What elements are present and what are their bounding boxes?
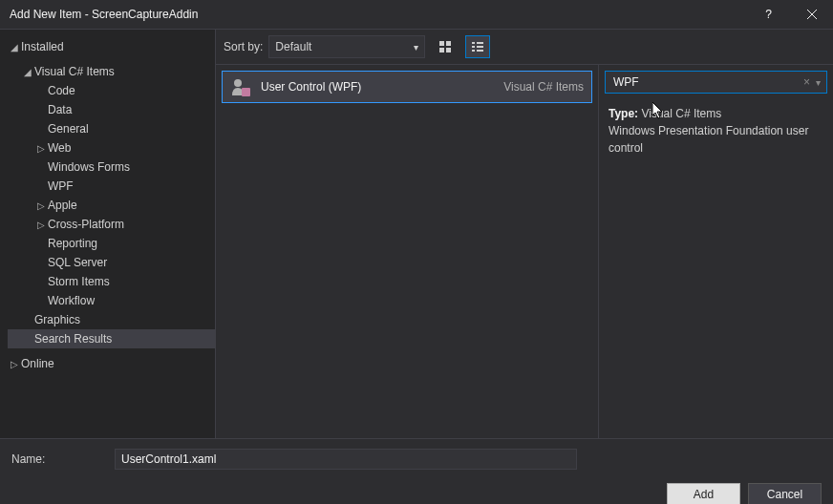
close-button[interactable] (790, 0, 833, 29)
user-control-icon (230, 76, 251, 97)
svg-rect-2 (439, 41, 444, 46)
bottom-panel: Name: Add Cancel (0, 438, 833, 504)
view-tiles-button[interactable] (433, 35, 458, 58)
chevron-right-icon: ▷ (34, 218, 48, 231)
svg-rect-11 (477, 50, 483, 52)
chevron-down-icon: ◢ (21, 65, 34, 78)
type-value: Visual C# Items (641, 107, 721, 120)
svg-rect-7 (477, 42, 483, 44)
list-item[interactable]: User Control (WPF) Visual C# Items (222, 71, 592, 103)
add-button[interactable]: Add (667, 483, 740, 504)
sort-label: Sort by: (224, 40, 263, 53)
sort-dropdown[interactable]: Default ▾ (268, 35, 425, 58)
tree-node-storm-items[interactable]: Storm Items (8, 272, 215, 291)
chevron-down-icon: ▾ (414, 42, 418, 52)
sidebar: ◢ Installed ◢ Visual C# Items Code Data … (0, 30, 215, 438)
search-input-wrapper[interactable]: × ▾ (605, 71, 827, 94)
svg-rect-3 (446, 41, 451, 46)
close-icon (807, 10, 817, 19)
description: Windows Presentation Foundation user con… (609, 122, 823, 157)
svg-rect-5 (446, 48, 451, 52)
search-input[interactable] (611, 74, 800, 90)
chevron-right-icon: ▷ (8, 357, 21, 370)
svg-rect-6 (472, 42, 475, 44)
tree-node-installed[interactable]: ◢ Installed (8, 37, 215, 56)
template-list: User Control (WPF) Visual C# Items (216, 65, 598, 438)
toolbar: Sort by: Default ▾ (216, 30, 833, 65)
svg-rect-10 (472, 50, 475, 52)
tree-node-graphics[interactable]: Graphics (8, 310, 215, 329)
tree-node-search-results[interactable]: Search Results (8, 329, 215, 348)
search-dropdown-icon[interactable]: ▾ (814, 77, 822, 88)
view-list-button[interactable] (465, 35, 490, 58)
titlebar: Add New Item - ScreenCaptureAddin ? (0, 0, 833, 30)
chevron-right-icon: ▷ (34, 141, 48, 155)
tree-node-cross-platform[interactable]: ▷Cross-Platform (8, 215, 215, 234)
tiles-icon (438, 40, 452, 53)
cancel-button[interactable]: Cancel (748, 483, 822, 504)
tree-node-online[interactable]: ▷ Online (8, 354, 215, 373)
type-label: Type: (609, 107, 638, 120)
tree-node-data[interactable]: Data (8, 100, 215, 119)
svg-rect-9 (477, 46, 483, 48)
chevron-down-icon: ◢ (8, 40, 21, 53)
help-button[interactable]: ? (747, 0, 790, 29)
svg-point-12 (234, 79, 242, 87)
details-panel: × ▾ Type: Visual C# Items Windows Presen… (598, 65, 833, 438)
name-input[interactable] (115, 449, 577, 470)
tree-node-sql-server[interactable]: SQL Server (8, 253, 215, 272)
tree-node-general[interactable]: General (8, 119, 215, 138)
list-icon (471, 40, 484, 53)
svg-rect-8 (472, 46, 475, 48)
tree-node-wpf[interactable]: WPF (8, 177, 215, 196)
tree-node-workflow[interactable]: Workflow (8, 291, 215, 310)
window-title: Add New Item - ScreenCaptureAddin (10, 8, 747, 21)
sort-value: Default (275, 40, 311, 53)
name-label: Name: (11, 452, 115, 466)
item-category: Visual C# Items (503, 80, 584, 94)
chevron-right-icon: ▷ (34, 199, 48, 212)
svg-rect-13 (242, 88, 250, 96)
clear-search-icon[interactable]: × (800, 75, 814, 89)
tree-node-windows-forms[interactable]: Windows Forms (8, 158, 215, 177)
tree-node-csharp-items[interactable]: ◢ Visual C# Items (8, 62, 215, 81)
svg-rect-4 (439, 48, 444, 52)
tree-node-code[interactable]: Code (8, 81, 215, 100)
tree-node-reporting[interactable]: Reporting (8, 234, 215, 253)
item-name: User Control (WPF) (261, 80, 503, 94)
tree-node-apple[interactable]: ▷Apple (8, 196, 215, 215)
tree-node-web[interactable]: ▷Web (8, 138, 215, 158)
